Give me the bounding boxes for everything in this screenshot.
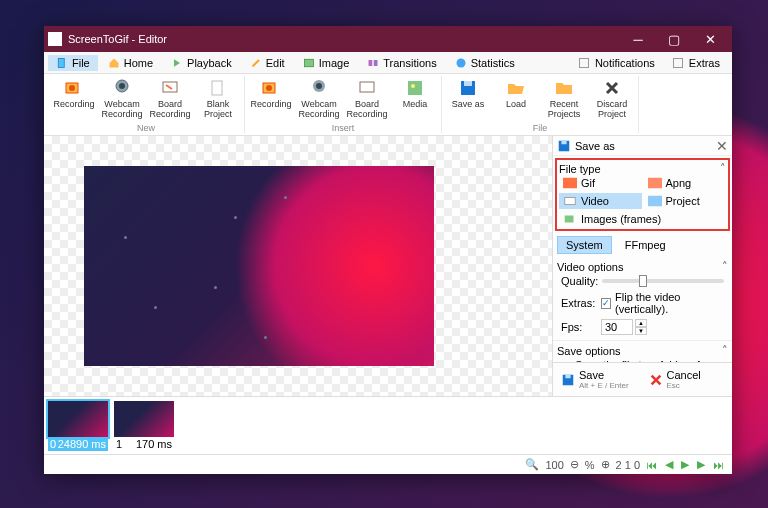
menu-statistics[interactable]: Statistics	[447, 55, 523, 71]
filetype-video[interactable]: Video	[559, 193, 642, 209]
svg-rect-26	[565, 216, 574, 223]
ribbon: Recording Webcam Recording Board Recordi…	[44, 74, 732, 136]
filetype-images[interactable]: Images (frames)	[559, 211, 726, 227]
filetype-label: File type	[559, 163, 601, 175]
webcam-icon	[112, 78, 132, 98]
workspace: Save as ✕ File type˄ Gif Apng Video Proj…	[44, 136, 732, 396]
frame-0[interactable]: 024890 ms	[48, 401, 108, 450]
svg-rect-21	[561, 140, 566, 144]
flip-checkbox[interactable]: ✓	[601, 298, 611, 309]
caret-up-icon[interactable]: ˄	[722, 344, 728, 357]
video-icon	[563, 195, 577, 207]
minimize-button[interactable]: ─	[620, 26, 656, 52]
notifications-toggle[interactable]: Notifications	[571, 55, 663, 71]
webcam-icon	[309, 78, 329, 98]
ribbon-media[interactable]: Media	[391, 76, 439, 120]
ribbon-saveas[interactable]: Save as	[444, 76, 492, 120]
stats-icon	[455, 57, 467, 69]
gif-icon	[563, 177, 577, 189]
ribbon-insert-recording[interactable]: Recording	[247, 76, 295, 120]
zoom-out[interactable]: ⊖	[568, 458, 581, 471]
save-options-label: Save options	[557, 345, 621, 357]
close-button[interactable]: ✕	[692, 26, 728, 52]
save-icon	[561, 373, 575, 387]
panel-title: Save as	[575, 140, 716, 152]
svg-point-17	[411, 84, 415, 88]
zoom-icon[interactable]: 🔍	[523, 458, 541, 471]
zoom-in[interactable]: ⊕	[599, 458, 612, 471]
panel-close-button[interactable]: ✕	[716, 138, 728, 154]
svg-point-4	[456, 58, 465, 67]
ribbon-load[interactable]: Load	[492, 76, 540, 120]
pencil-icon	[250, 57, 262, 69]
ribbon-discard[interactable]: Discard Project	[588, 76, 636, 120]
menu-playback[interactable]: Playback	[163, 55, 240, 71]
blank-icon	[208, 78, 228, 98]
quality-slider[interactable]	[602, 279, 724, 283]
save-button[interactable]: SaveAlt + E / Enter	[557, 367, 641, 392]
encoder-tabs: System FFmpeg	[553, 233, 732, 257]
svg-rect-24	[565, 198, 576, 205]
ribbon-insert-board[interactable]: Board Recording	[343, 76, 391, 120]
spin-up[interactable]: ▲	[635, 319, 647, 327]
svg-rect-0	[58, 58, 64, 67]
caret-up-icon[interactable]: ˄	[722, 260, 728, 273]
frame-1[interactable]: 1170 ms	[114, 401, 174, 450]
app-icon	[48, 32, 62, 46]
ribbon-board[interactable]: Board Recording	[146, 76, 194, 120]
save-as-panel: Save as ✕ File type˄ Gif Apng Video Proj…	[552, 136, 732, 396]
nav-prev[interactable]: ◀	[663, 458, 675, 471]
svg-point-6	[69, 85, 75, 91]
file-icon	[56, 57, 68, 69]
maximize-button[interactable]: ▢	[656, 26, 692, 52]
svg-rect-22	[563, 178, 577, 189]
board-icon	[357, 78, 377, 98]
group-label-new: New	[137, 123, 155, 133]
svg-rect-23	[648, 178, 662, 189]
nav-next[interactable]: ▶	[695, 458, 707, 471]
ribbon-webcam[interactable]: Webcam Recording	[98, 76, 146, 120]
filetype-section: File type˄ Gif Apng Video Project Images…	[555, 158, 730, 231]
svg-point-14	[316, 83, 322, 89]
fps-label: Fps:	[561, 321, 597, 333]
menu-transitions[interactable]: Transitions	[359, 55, 444, 71]
cancel-button[interactable]: CancelEsc	[645, 367, 729, 392]
ribbon-recording[interactable]: Recording	[50, 76, 98, 120]
frame-position: 2 1 0	[616, 459, 640, 471]
spin-down[interactable]: ▼	[635, 327, 647, 335]
filetype-gif[interactable]: Gif	[559, 175, 642, 191]
tab-ffmpeg[interactable]: FFmpeg	[616, 236, 675, 254]
fps-input[interactable]: ▲▼	[601, 319, 647, 335]
menubar: File Home Playback Edit Image Transition…	[44, 52, 732, 74]
discard-icon	[602, 78, 622, 98]
nav-last[interactable]: ⏭	[711, 459, 726, 471]
menu-home[interactable]: Home	[100, 55, 161, 71]
svg-rect-16	[408, 81, 422, 95]
menu-edit[interactable]: Edit	[242, 55, 293, 71]
svg-rect-3	[374, 60, 378, 66]
menu-file[interactable]: File	[48, 55, 98, 71]
nav-play[interactable]: ▶	[679, 458, 691, 471]
window-title: ScreenToGif - Editor	[68, 33, 620, 45]
cancel-icon	[649, 373, 663, 387]
menu-image[interactable]: Image	[295, 55, 358, 71]
ribbon-insert-webcam[interactable]: Webcam Recording	[295, 76, 343, 120]
ribbon-recent[interactable]: Recent Projects	[540, 76, 588, 120]
filetype-project[interactable]: Project	[644, 193, 727, 209]
tab-system[interactable]: System	[557, 236, 612, 254]
ribbon-blank[interactable]: Blank Project	[194, 76, 242, 120]
caret-up-icon[interactable]: ˄	[720, 162, 726, 175]
extras-toggle[interactable]: Extras	[665, 55, 728, 71]
svg-point-12	[266, 85, 272, 91]
home-icon	[108, 57, 120, 69]
svg-rect-15	[360, 82, 374, 92]
board-icon	[160, 78, 180, 98]
play-icon	[171, 57, 183, 69]
canvas-area[interactable]	[44, 136, 552, 396]
checkbox-icon	[673, 58, 683, 68]
transitions-icon	[367, 57, 379, 69]
nav-first[interactable]: ⏮	[644, 459, 659, 471]
statusbar: 🔍 100 ⊖ % ⊕ 2 1 0 ⏮ ◀ ▶ ▶ ⏭	[44, 454, 732, 474]
svg-rect-25	[648, 196, 662, 207]
filetype-apng[interactable]: Apng	[644, 175, 727, 191]
